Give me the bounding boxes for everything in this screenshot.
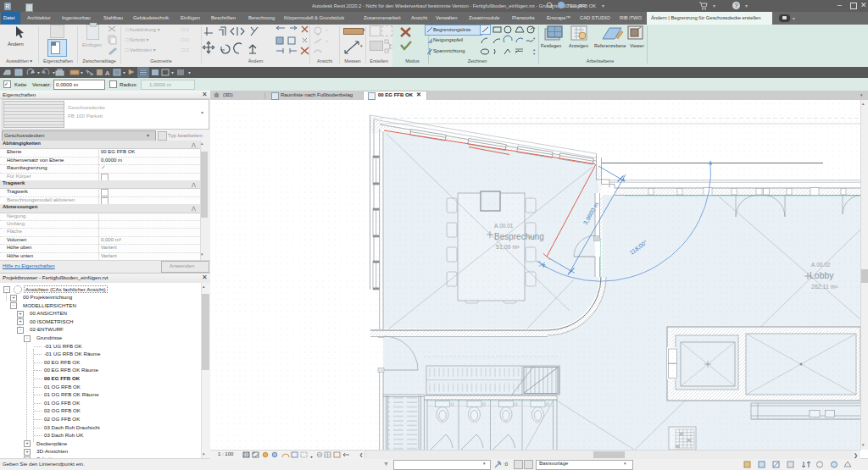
svg-text:A: A: [105, 69, 110, 77]
